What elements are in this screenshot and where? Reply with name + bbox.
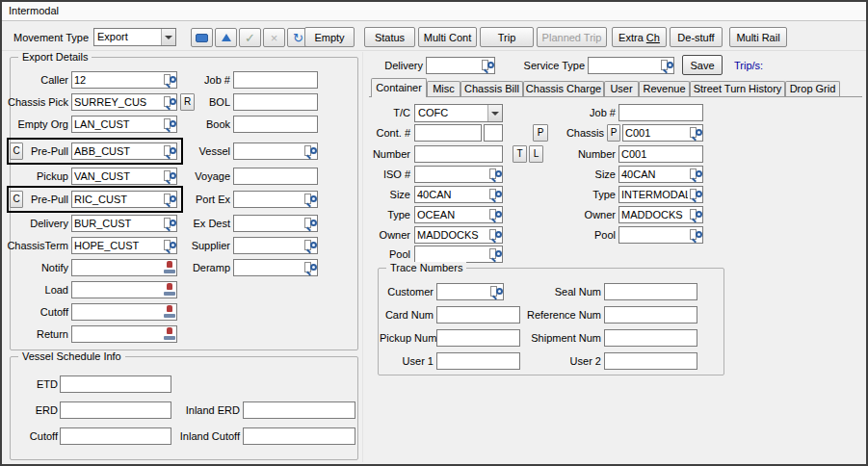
chassis-pool-field[interactable] [618,226,703,244]
vessel-cutoff-field[interactable] [60,427,171,445]
reference-num-input[interactable] [605,308,697,322]
delivery-org-input[interactable] [72,217,164,230]
return-input[interactable] [72,327,163,341]
seal-num-input[interactable] [605,285,697,298]
lookup-icon[interactable] [304,193,317,206]
save-button[interactable]: Save [682,55,723,75]
empty-org-input[interactable] [72,117,164,131]
customer-input[interactable] [437,285,490,298]
tab-user[interactable]: User [604,81,639,96]
date-stamp-icon[interactable] [163,327,176,341]
lookup-icon[interactable] [489,208,502,221]
user2-field[interactable] [604,352,697,370]
lookup-icon[interactable] [661,59,673,72]
trip-button[interactable]: Trip [480,27,534,47]
lookup-icon[interactable] [690,188,702,201]
lookup-icon[interactable] [690,126,702,140]
chassis-field[interactable] [622,124,703,142]
pickup-input[interactable] [72,169,164,183]
lookup-icon[interactable] [690,208,702,221]
de-stuff-button[interactable]: De-stuff [670,27,723,47]
date-stamp-icon[interactable] [163,283,176,297]
bol-field[interactable] [233,93,318,111]
user1-input[interactable] [437,354,519,368]
user2-input[interactable] [605,354,697,368]
ex-dest-field[interactable] [233,215,318,232]
cont-num-field[interactable] [414,124,482,142]
load-field[interactable] [71,281,177,298]
chassis-job-input[interactable] [619,106,702,119]
caller-field[interactable] [71,71,177,89]
lookup-icon[interactable] [489,247,502,261]
chassis-owner-input[interactable] [619,208,690,221]
cancel-button[interactable]: × [263,28,285,47]
vessel-input[interactable] [234,144,304,158]
seal-num-field[interactable] [604,283,697,300]
delivery-org-field[interactable] [71,215,177,232]
tab-street-turn-history[interactable]: Street Turn History [690,81,785,96]
trip-delivery-field[interactable] [426,57,495,74]
cont-num-input[interactable] [415,126,481,140]
tc-select[interactable]: COFC [414,104,503,122]
service-type-field[interactable] [588,57,674,74]
lookup-icon[interactable] [490,285,503,298]
container-pool-field[interactable] [414,246,503,263]
notify-field[interactable] [71,259,177,276]
vessel-field[interactable] [233,142,318,160]
shipment-num-field[interactable] [604,329,697,347]
lookup-icon[interactable] [482,59,494,72]
lookup-icon[interactable] [690,168,702,181]
lookup-icon[interactable] [489,168,502,181]
chassis-size-field[interactable] [618,166,703,183]
chassis-pool-input[interactable] [619,228,690,242]
t-button[interactable]: T [513,145,527,163]
empty-button[interactable]: Empty [304,27,355,47]
container-size-input[interactable] [415,188,489,201]
trip-delivery-input[interactable] [427,59,482,72]
return-field[interactable] [71,325,177,343]
etd-field[interactable] [60,375,171,393]
chassis-input[interactable] [623,126,690,140]
lookup-icon[interactable] [304,239,317,252]
chassis-owner-field[interactable] [618,206,703,223]
container-pool-input[interactable] [415,247,489,261]
pre-pull-1-field[interactable] [71,142,177,160]
lookup-icon[interactable] [489,188,502,201]
lookup-icon[interactable] [304,144,317,158]
lookup-icon[interactable] [489,228,502,242]
inland-erd-field[interactable] [243,401,355,419]
cont-num-check-digit-field[interactable] [484,124,503,142]
pickup-field[interactable] [71,168,177,185]
reference-num-field[interactable] [604,306,697,324]
c-button-2[interactable]: C [10,191,23,208]
load-input[interactable] [72,283,163,297]
chassis-pick-field[interactable] [71,93,177,111]
l-button[interactable]: L [529,145,543,163]
chassis-number-field[interactable] [618,145,703,163]
multi-cont-button[interactable]: Multi Cont [418,27,477,47]
book-field[interactable] [233,116,318,133]
service-type-input[interactable] [589,59,661,72]
lookup-icon[interactable] [304,217,317,230]
c-button-1[interactable]: C [10,142,23,160]
multi-rail-button[interactable]: Multi Rail [729,27,787,47]
container-size-field[interactable] [414,186,503,203]
chassis-type-input[interactable] [619,188,690,201]
shipment-num-input[interactable] [605,331,697,345]
inland-erd-input[interactable] [244,403,355,417]
confirm-button[interactable]: ✓ [239,28,261,47]
chassis-term-field[interactable] [71,237,177,254]
supplier-input[interactable] [234,239,304,252]
panel-toolbar-button[interactable] [191,28,213,47]
chassis-job-field[interactable] [618,104,703,121]
bol-input[interactable] [234,95,317,109]
user1-field[interactable] [436,352,520,370]
book-input[interactable] [234,117,317,131]
cont-num-check-digit-input[interactable] [485,126,502,140]
empty-org-field[interactable] [71,116,177,133]
dropdown-arrow-icon[interactable] [161,29,175,45]
customer-field[interactable] [436,283,504,300]
notify-input[interactable] [72,261,163,274]
iso-field[interactable] [414,166,503,183]
job-input[interactable] [234,73,317,87]
